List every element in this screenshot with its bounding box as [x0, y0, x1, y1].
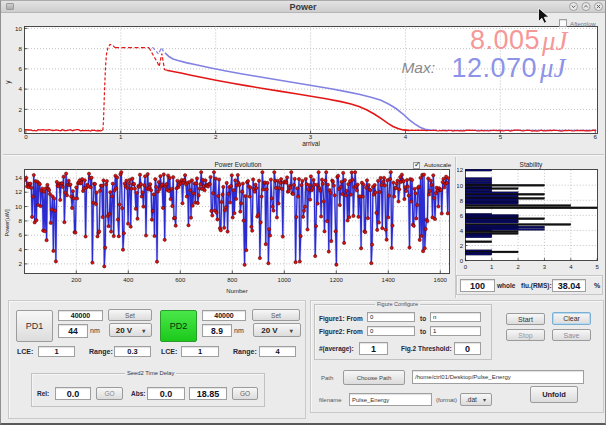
svg-text:1400: 1400: [382, 277, 396, 283]
svg-text:2: 2: [19, 260, 23, 267]
svg-text:3: 3: [543, 264, 547, 270]
svg-text:400: 400: [123, 277, 134, 283]
svg-text:μJ: μJ: [541, 26, 570, 56]
svg-text:Number: Number: [226, 288, 247, 294]
svg-text:1000: 1000: [278, 277, 292, 283]
svg-text:2: 2: [516, 264, 520, 270]
svg-text:y: y: [4, 80, 12, 84]
svg-text:14: 14: [15, 174, 22, 181]
svg-text:μJ: μJ: [539, 53, 568, 83]
svg-text:8: 8: [460, 198, 464, 204]
svg-text:8.005: 8.005: [470, 25, 540, 55]
svg-text:2: 2: [19, 106, 23, 113]
svg-text:4: 4: [19, 246, 23, 253]
svg-text:8: 8: [19, 217, 23, 224]
svg-text:0: 0: [19, 126, 23, 133]
svg-text:Power Evolution: Power Evolution: [215, 161, 262, 168]
svg-text:8: 8: [19, 45, 23, 52]
svg-text:800: 800: [227, 277, 238, 283]
svg-text:1: 1: [490, 264, 494, 270]
svg-text:600: 600: [175, 277, 186, 283]
svg-text:10: 10: [456, 183, 463, 189]
svg-text:1200: 1200: [330, 277, 344, 283]
svg-text:6: 6: [19, 65, 23, 72]
svg-text:10: 10: [15, 25, 22, 32]
svg-text:200: 200: [71, 277, 82, 283]
svg-text:1: 1: [119, 133, 123, 140]
svg-text:0: 0: [464, 264, 468, 270]
svg-text:10: 10: [15, 203, 22, 210]
svg-text:12: 12: [15, 188, 22, 195]
svg-text:2: 2: [214, 133, 218, 140]
svg-text:5: 5: [595, 264, 599, 270]
svg-text:4: 4: [404, 133, 408, 140]
svg-text:0: 0: [460, 258, 464, 264]
svg-text:Stability: Stability: [520, 161, 544, 169]
svg-text:12: 12: [456, 167, 463, 173]
svg-text:4: 4: [460, 228, 464, 234]
svg-text:5: 5: [499, 133, 503, 140]
svg-text:6: 6: [460, 213, 464, 219]
svg-text:6: 6: [19, 231, 23, 238]
svg-text:Power[uW]: Power[uW]: [4, 209, 10, 236]
svg-text:arrival: arrival: [302, 140, 320, 147]
svg-text:12.070: 12.070: [451, 53, 537, 83]
svg-text:1600: 1600: [434, 277, 448, 283]
svg-text:4: 4: [19, 85, 23, 92]
svg-text:6: 6: [594, 133, 598, 140]
svg-text:Max:: Max:: [401, 59, 435, 76]
svg-text:2: 2: [460, 243, 464, 249]
svg-text:0: 0: [24, 133, 28, 140]
svg-text:3: 3: [309, 133, 313, 140]
svg-text:4: 4: [569, 264, 573, 270]
